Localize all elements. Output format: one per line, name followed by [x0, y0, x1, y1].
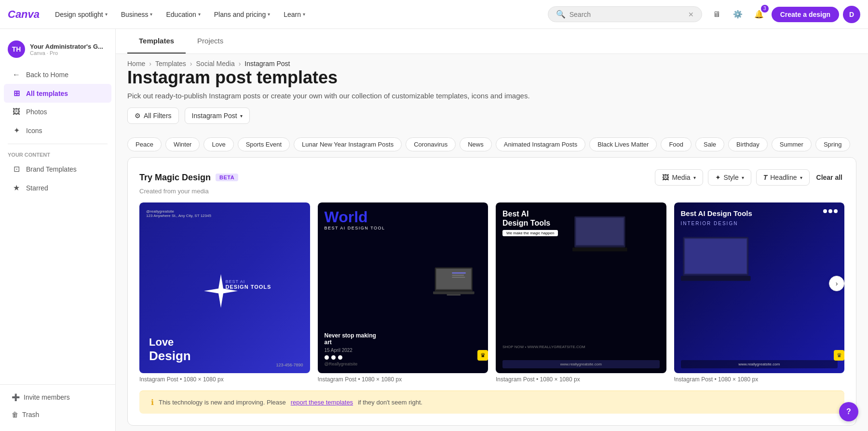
template-card-2[interactable]: World BEST AI DESIGN TOOL [318, 202, 488, 383]
filter-tag-food[interactable]: Food [661, 137, 692, 151]
user-info: Your Administrator's G... Canva · Pro [30, 43, 108, 56]
tab-projects[interactable]: Projects [186, 29, 235, 54]
nav-plans[interactable]: Plans and pricing ▾ [208, 8, 276, 21]
sidebar-item-photos[interactable]: 🖼 Photos [4, 103, 111, 121]
main-content: Templates Projects Home › Templates › So… [116, 29, 868, 431]
chevron-down-icon: ▾ [693, 175, 696, 180]
icons-icon: ✦ [12, 126, 21, 135]
filter-tag-news[interactable]: News [460, 137, 492, 151]
search-icon: 🔍 [556, 10, 566, 19]
notification-btn[interactable]: 🔔 3 [750, 6, 768, 23]
search-input[interactable] [570, 11, 684, 18]
filter-tag-animated[interactable]: Animated Instagram Posts [496, 137, 585, 151]
post-type-button[interactable]: Instagram Post ▾ [185, 108, 250, 124]
beta-badge: BETA [216, 174, 238, 181]
info-icon: ℹ [151, 398, 154, 407]
settings-icon-btn[interactable]: ⚙️ [729, 6, 746, 23]
svg-rect-5 [452, 272, 466, 273]
chevron-down-icon: ▾ [105, 12, 108, 17]
filter-tag-birthday[interactable]: Birthday [728, 137, 768, 151]
card-preview-4: Best AI Design Tools INTERIOR DESIGN [674, 202, 845, 373]
nav-actions: 🖥 ⚙️ 🔔 3 Create a design D [708, 6, 860, 23]
sidebar-item-trash[interactable]: 🗑 Trash [4, 406, 111, 423]
page-subtitle: Pick out ready-to-publish Instagram post… [127, 92, 856, 100]
chevron-down-icon: ▾ [268, 12, 270, 17]
sidebar-item-label: All templates [26, 90, 68, 97]
filter-tag-winter[interactable]: Winter [165, 137, 200, 151]
filter-tag-love[interactable]: Love [203, 137, 233, 151]
canva-logo[interactable]: Canva [8, 8, 40, 21]
svg-rect-6 [452, 275, 464, 275]
filter-tag-spring[interactable]: Spring [815, 137, 850, 151]
next-carousel-button[interactable]: › [829, 276, 844, 291]
user-plan: Canva · Pro [30, 50, 108, 56]
sidebar-item-all-templates[interactable]: ⊞ All templates [4, 84, 111, 103]
template-card-4[interactable]: Best AI Design Tools INTERIOR DESIGN [674, 202, 845, 383]
crown-badge-2: ♛ [477, 350, 488, 361]
filter-tag-summer[interactable]: Summer [772, 137, 812, 151]
card-label-4: Instagram Post • 1080 × 1080 px [674, 376, 845, 383]
breadcrumb-templates[interactable]: Templates [155, 60, 186, 67]
magic-title-row: Try Magic Design BETA [139, 173, 238, 183]
card-preview-1: @reallygreatsite 123 Anywhere St., Any C… [139, 202, 310, 373]
magic-header: Try Magic Design BETA 🖼 Media ▾ ✦ Style … [139, 169, 844, 186]
style-icon: ✦ [715, 174, 721, 181]
filter-icon: ⚙ [135, 112, 141, 120]
card-label-2: Instagram Post • 1080 × 1080 px [318, 376, 488, 383]
chevron-down-icon: ▾ [198, 12, 201, 17]
invite-members-button[interactable]: ➕ Invite members [4, 389, 111, 406]
user-avatar[interactable]: D [843, 6, 860, 23]
breadcrumb-home[interactable]: Home [127, 60, 145, 67]
svg-rect-2 [436, 269, 471, 289]
filter-tag-lunar[interactable]: Lunar New Year Instagram Posts [294, 137, 402, 151]
template-card-1[interactable]: @reallygreatsite 123 Anywhere St., Any C… [139, 202, 310, 383]
breadcrumb-social-media[interactable]: Social Media [196, 60, 235, 67]
brand-icon: ⊡ [12, 164, 21, 174]
nav-learn[interactable]: Learn ▾ [278, 8, 311, 21]
clear-all-button[interactable]: Clear all [814, 170, 844, 185]
svg-rect-15 [681, 276, 751, 281]
sidebar-item-back-home[interactable]: ← Back to Home [4, 66, 111, 84]
card-label-3: Instagram Post • 1080 × 1080 px [496, 376, 666, 383]
filter-tag-sale[interactable]: Sale [695, 137, 724, 151]
chevron-down-icon: ▾ [240, 113, 243, 119]
templates-icon: ⊞ [12, 89, 21, 98]
svg-rect-11 [572, 247, 627, 251]
nav-design-spotlight[interactable]: Design spotlight ▾ [49, 8, 113, 21]
search-bar[interactable]: 🔍 ✕ [548, 6, 702, 22]
monitor-icon-btn[interactable]: 🖥 [708, 6, 725, 23]
headline-icon: T [763, 174, 768, 181]
card-preview-3: Best AIDesign Tools We make the magic ha… [496, 202, 666, 373]
report-link[interactable]: report these templates [291, 399, 353, 406]
sidebar-item-icons[interactable]: ✦ Icons [4, 121, 111, 140]
filter-bar: ⚙ All Filters Instagram Post ▾ [116, 108, 868, 132]
media-button[interactable]: 🖼 Media ▾ [655, 169, 703, 186]
nav-education[interactable]: Education ▾ [160, 8, 206, 21]
template-grid: @reallygreatsite 123 Anywhere St., Any C… [139, 202, 844, 383]
all-filters-button[interactable]: ⚙ All Filters [127, 108, 179, 124]
filter-tag-sports[interactable]: Sports Event [238, 137, 290, 151]
help-button[interactable]: ? [839, 402, 858, 421]
sidebar-item-starred[interactable]: ★ Starred [4, 178, 111, 197]
create-design-button[interactable]: Create a design [772, 7, 839, 22]
top-tabs: Templates Projects [116, 29, 868, 54]
crown-badge-4: ♛ [834, 350, 844, 361]
breadcrumb-sep-3: › [239, 60, 241, 67]
filter-tags: Peace Winter Love Sports Event Lunar New… [116, 132, 868, 157]
style-button[interactable]: ✦ Style ▾ [708, 169, 751, 186]
filter-tag-coronavirus[interactable]: Coronavirus [406, 137, 456, 151]
nav-business[interactable]: Business ▾ [115, 8, 159, 21]
tab-templates[interactable]: Templates [127, 29, 186, 54]
trash-label: Trash [22, 411, 39, 418]
card-preview-2: World BEST AI DESIGN TOOL [318, 202, 488, 373]
filter-tag-peace[interactable]: Peace [127, 137, 162, 151]
headline-button[interactable]: T Headline ▾ [756, 169, 810, 186]
template-card-3[interactable]: Best AIDesign Tools We make the magic ha… [496, 202, 666, 383]
filter-tag-blm[interactable]: Black Lives Matter [589, 137, 657, 151]
your-content-label: Your Content [0, 148, 115, 160]
page-header: Instagram post templates Pick out ready-… [116, 67, 868, 108]
chevron-down-icon: ▾ [303, 12, 305, 17]
clear-search-icon[interactable]: ✕ [688, 11, 694, 18]
sidebar-item-brand-templates[interactable]: ⊡ Brand Templates [4, 160, 111, 178]
page-title: Instagram post templates [127, 67, 856, 88]
